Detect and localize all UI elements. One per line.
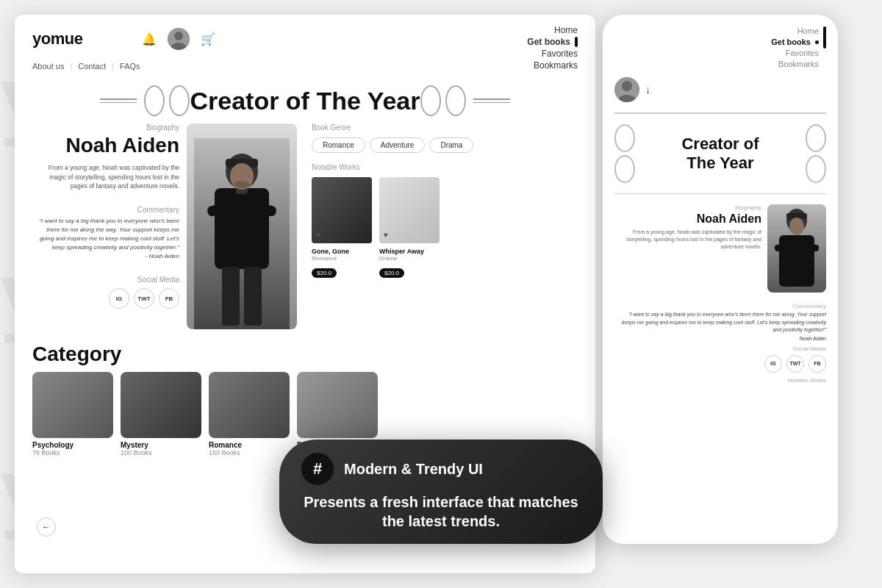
book-title-2: Whisper Away xyxy=(379,248,440,255)
nav-bookmarks[interactable]: Bookmarks xyxy=(534,60,578,71)
genre-tags: Romance Adventure Drama xyxy=(312,137,578,153)
svg-point-13 xyxy=(234,181,249,188)
cat-name-mystery: Mystery xyxy=(121,441,201,449)
overlay-subtitle: Presents a fresh interface that matchest… xyxy=(301,492,581,531)
mob-commentary-text: "I want to say a big thank you to everyo… xyxy=(603,309,838,336)
book-genre-1: Romance xyxy=(312,255,372,262)
mob-divider-top xyxy=(614,112,826,114)
avatar[interactable] xyxy=(168,28,190,50)
mob-avatar[interactable] xyxy=(614,77,639,102)
svg-point-15 xyxy=(622,81,632,91)
navbar: yomue 🔔 🛒 Home Get books xyxy=(15,15,595,57)
mob-content: Biography Noah Aiden From a young age, N… xyxy=(603,198,838,298)
mob-nav-home[interactable]: Home xyxy=(797,26,819,35)
bell-icon[interactable]: 🔔 xyxy=(141,31,157,47)
mob-social-twt[interactable]: TWT xyxy=(786,355,804,373)
mob-bio-name: Noah Aiden xyxy=(614,212,761,226)
mob-bio-label: Biography xyxy=(614,204,761,211)
genre-romance[interactable]: Romance xyxy=(312,137,365,153)
mob-social-ig[interactable]: IG xyxy=(764,355,782,373)
down-arrow-icon[interactable]: ↓ xyxy=(645,84,650,96)
mob-avatar-row: ↓ xyxy=(603,74,838,108)
notable-label: Notable Works xyxy=(312,163,578,171)
social-fb[interactable]: FB xyxy=(159,288,179,309)
mob-social-label: Social Media xyxy=(603,341,838,355)
mob-nav-bar xyxy=(823,26,826,49)
sub-nav-contact[interactable]: Contact xyxy=(78,62,106,71)
mob-social-icons: IG TWT FB xyxy=(603,355,838,373)
category-title: Category xyxy=(32,343,578,366)
nav-home[interactable]: Home xyxy=(554,25,578,35)
book-card-1: ♥ Gone, Gone Romance $20.0 xyxy=(312,177,372,278)
oval-4 xyxy=(445,85,466,116)
overlay-title: Modern & Trendy UI xyxy=(344,461,483,478)
book-cover-gone: ♥ xyxy=(312,177,372,243)
mob-nav-links: Home Get books Favorites Bookmarks xyxy=(771,26,819,68)
book-title-1: Gone, Gone xyxy=(312,248,372,255)
category-card-mystery[interactable]: Mystery 100 Books xyxy=(121,372,201,456)
nav-favorites[interactable]: Favorites xyxy=(542,49,578,59)
logo: yomue xyxy=(32,29,82,49)
hero-line-1 xyxy=(100,98,137,100)
svg-point-1 xyxy=(174,32,183,40)
hash-badge: # xyxy=(301,453,334,485)
hero-line-2 xyxy=(100,102,137,104)
mob-active-dot xyxy=(815,40,819,44)
svg-rect-6 xyxy=(215,188,269,269)
mob-ovals-left xyxy=(614,124,635,183)
mob-bio: Biography Noah Aiden From a young age, N… xyxy=(614,204,761,293)
sub-nav-faqs[interactable]: FAQs xyxy=(120,62,140,71)
oval-1 xyxy=(144,85,165,116)
mob-attribution: Noah Aiden xyxy=(603,336,838,341)
mob-person-img xyxy=(767,204,826,293)
category-img-romance xyxy=(209,372,290,438)
book-cover-whisper: ♥ xyxy=(379,177,440,243)
book-price-1[interactable]: $20.0 xyxy=(312,268,337,278)
mob-divider-bottom xyxy=(614,193,826,195)
social-twt[interactable]: TWT xyxy=(134,288,154,309)
category-card-psych[interactable]: Psychology 76 Books xyxy=(32,372,113,456)
mob-navbar: Home Get books Favorites Bookmarks xyxy=(603,15,838,74)
social-ig[interactable]: IG xyxy=(109,288,129,309)
person-image xyxy=(187,123,297,329)
nav-getbooks[interactable]: Get books xyxy=(527,37,578,47)
commentary-label: Commentary xyxy=(32,206,179,214)
mob-social-fb[interactable]: FB xyxy=(808,355,826,373)
mob-hero-title: Creator of The Year xyxy=(635,135,806,172)
right-panel-mobile: Home Get books Favorites Bookmarks xyxy=(603,15,838,544)
nav-links-right: Home Get books Favorites Bookmarks xyxy=(527,25,578,71)
mob-nav-favorites[interactable]: Favorites xyxy=(786,49,819,57)
book-card-2: ♥ Whisper Away Drama $20.0 xyxy=(379,177,440,278)
hero-ovals-right xyxy=(420,85,466,116)
person-image-container xyxy=(187,123,304,329)
sub-nav-about[interactable]: About us xyxy=(32,62,64,71)
content-area: Biography Noah Aiden From a young age, N… xyxy=(15,123,595,337)
commentary-text: "I want to say a big thank you to everyo… xyxy=(32,217,179,252)
mob-nav-getbooks[interactable]: Get books xyxy=(771,37,819,46)
category-card-romance[interactable]: Romance 150 Books xyxy=(209,372,290,456)
bio-name: Noah Aiden xyxy=(32,135,179,157)
cart-icon[interactable]: 🛒 xyxy=(200,31,216,47)
category-img-drama xyxy=(297,372,378,438)
heart-icon-2[interactable]: ♥ xyxy=(384,231,388,239)
oval-2 xyxy=(169,85,190,116)
genre-drama[interactable]: Drama xyxy=(429,137,473,153)
book-genre-2: Drama xyxy=(379,255,440,262)
cat-count-psych: 76 Books xyxy=(32,449,113,456)
active-indicator xyxy=(575,37,578,47)
social-icons: IG TWT FB xyxy=(32,288,179,309)
svg-rect-9 xyxy=(222,267,240,326)
mob-nav-bookmarks[interactable]: Bookmarks xyxy=(778,60,819,68)
svg-point-21 xyxy=(789,218,804,235)
books-grid: ♥ Gone, Gone Romance $20.0 ♥ Whisper Awa… xyxy=(312,177,578,278)
oval-3 xyxy=(420,85,441,116)
genre-label: Book Genre xyxy=(312,123,578,132)
cat-count-mystery: 100 Books xyxy=(121,449,201,456)
bio-text: From a young age, Noah was captivated by… xyxy=(32,163,179,191)
overlay-card: # Modern & Trendy UI Presents a fresh in… xyxy=(279,440,603,544)
prev-arrow[interactable]: ← xyxy=(37,517,56,537)
heart-icon-1[interactable]: ♥ xyxy=(316,231,320,239)
genre-adventure[interactable]: Adventure xyxy=(370,137,426,153)
overlay-card-top: # Modern & Trendy UI xyxy=(301,453,581,485)
book-price-2[interactable]: $20.0 xyxy=(379,268,404,278)
